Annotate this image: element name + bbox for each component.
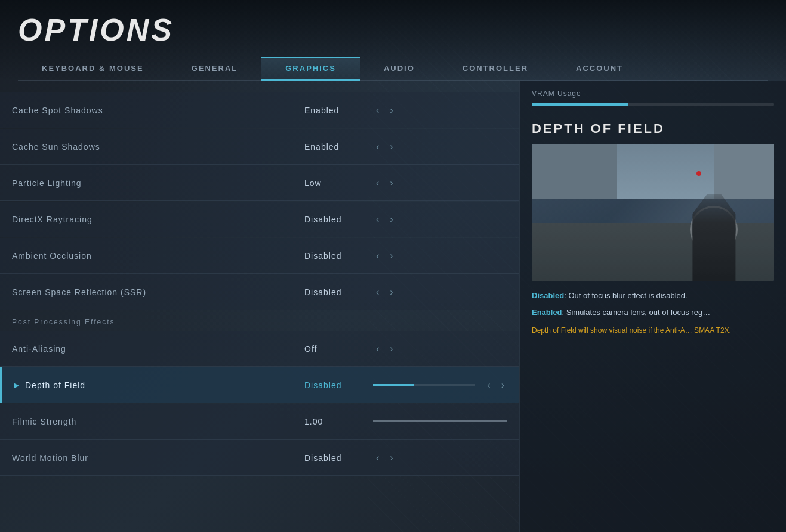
setting-world-motion-blur[interactable]: World Motion Blur Disabled ‹ › [0,440,519,476]
nav-arrows: ‹ › [373,177,396,190]
setting-label: DirectX Raytracing [12,215,304,224]
setting-value: Disabled [304,381,364,390]
next-arrow[interactable]: › [387,140,396,153]
vram-section: VRAM Usage [532,81,774,112]
setting-value: Off [304,344,364,354]
setting-value: Disabled [304,287,364,297]
tab-audio[interactable]: AUDIO [360,57,439,80]
nav-arrows: ‹ › [373,249,396,262]
preview-image [532,144,774,281]
setting-value-container: Off ‹ › [304,342,507,355]
dof-progress-bar-track [373,384,475,386]
setting-label: Ambient Occlusion [12,251,304,261]
filmic-progress-bar-fill [373,420,507,422]
next-arrow[interactable]: › [387,104,396,117]
setting-value: Disabled [304,453,364,463]
nav-tabs: KEYBOARD & MOUSE GENERAL GRAPHICS AUDIO … [18,57,768,81]
next-arrow[interactable]: › [387,177,396,190]
setting-label: Cache Spot Shadows [12,106,304,115]
setting-cache-spot-shadows[interactable]: Cache Spot Shadows Enabled ‹ › [0,92,519,128]
scene-building-right [714,144,775,199]
prev-arrow[interactable]: ‹ [484,379,493,392]
settings-panel: Cache Spot Shadows Enabled ‹ › Cache Sun… [0,81,519,532]
nav-arrows: ‹ › [373,213,396,226]
desc-disabled-text: : Out of focus blur effect is disabled. [564,291,687,300]
setting-value: 1.00 [304,417,364,426]
page-title: OPTIONS [18,12,768,48]
setting-value: Disabled [304,251,364,261]
section-label: Post Processing Effects [0,311,519,331]
prev-arrow[interactable]: ‹ [373,140,382,153]
next-arrow[interactable]: › [387,249,396,262]
desc-enabled-text: : Simulates camera lens, out of focus re… [562,308,711,317]
nav-arrows: ‹ › [484,379,507,392]
setting-value: Disabled [304,215,364,224]
dof-title: DEPTH OF FIELD [532,121,774,137]
next-arrow[interactable]: › [387,342,396,355]
preview-scene [532,144,774,281]
setting-value-container: Enabled ‹ › [304,104,507,117]
setting-particle-lighting[interactable]: Particle Lighting Low ‹ › [0,165,519,201]
setting-label: Anti-Aliasing [12,344,304,354]
prev-arrow[interactable]: ‹ [373,451,382,465]
enabled-status-word: Enabled [532,308,562,317]
setting-label: Depth of Field [25,381,304,390]
setting-directx-raytracing[interactable]: DirectX Raytracing Disabled ‹ › [0,202,519,237]
setting-label: Cache Sun Shadows [12,142,304,151]
setting-label: Screen Space Reflection (SSR) [12,287,304,297]
vram-label: VRAM Usage [532,89,774,98]
next-arrow[interactable]: › [387,451,396,465]
setting-depth-of-field[interactable]: ▶ Depth of Field Disabled ‹ › [0,367,519,403]
setting-screen-space-reflection[interactable]: Screen Space Reflection (SSR) Disabled ‹… [0,274,519,310]
setting-label: World Motion Blur [12,453,304,463]
scene-scope [690,206,738,253]
tab-controller[interactable]: CONTROLLER [439,57,552,80]
prev-arrow[interactable]: ‹ [373,249,382,262]
nav-arrows: ‹ › [373,342,396,355]
setting-value-container: 1.00 [304,417,507,426]
tab-account[interactable]: ACCOUNT [552,57,647,80]
setting-ambient-occlusion[interactable]: Ambient Occlusion Disabled ‹ › [0,238,519,274]
prev-arrow[interactable]: ‹ [373,286,382,299]
prev-arrow[interactable]: ‹ [373,213,382,226]
scene-road [532,223,774,281]
header: OPTIONS KEYBOARD & MOUSE GENERAL GRAPHIC… [0,0,786,81]
next-arrow[interactable]: › [387,213,396,226]
setting-anti-aliasing[interactable]: Anti-Aliasing Off ‹ › [0,331,519,367]
setting-cache-sun-shadows[interactable]: Cache Sun Shadows Enabled ‹ › [0,129,519,165]
setting-value-container: Disabled ‹ › [304,379,507,392]
tab-general[interactable]: GENERAL [168,57,262,80]
scene-gun [678,185,750,281]
setting-value-container: Low ‹ › [304,177,507,190]
nav-arrows: ‹ › [373,104,396,117]
setting-value-container: Enabled ‹ › [304,140,507,153]
setting-value-container: Disabled ‹ › [304,451,507,465]
setting-value: Enabled [304,106,364,115]
dof-progress-bar-fill [373,384,414,386]
setting-value: Low [304,178,364,188]
nav-arrows: ‹ › [373,451,396,465]
next-arrow[interactable]: › [498,379,507,392]
tab-keyboard-mouse[interactable]: KEYBOARD & MOUSE [18,57,168,80]
tab-graphics[interactable]: GRAPHICS [261,57,360,80]
filmic-progress-bar-track [373,420,507,422]
prev-arrow[interactable]: ‹ [373,104,382,117]
play-icon: ▶ [14,381,19,389]
vram-bar-fill [532,103,628,106]
setting-filmic-strength[interactable]: Filmic Strength 1.00 [0,404,519,440]
scene-sky [532,144,774,199]
scene-light [696,171,701,176]
disabled-status-word: Disabled [532,291,564,300]
scene-building-left [532,144,617,199]
main-content: Cache Spot Shadows Enabled ‹ › Cache Sun… [0,81,786,532]
desc-disabled: Disabled: Out of focus blur effect is di… [532,290,774,302]
prev-arrow[interactable]: ‹ [373,342,382,355]
next-arrow[interactable]: › [387,286,396,299]
prev-arrow[interactable]: ‹ [373,177,382,190]
desc-warning: Depth of Field will show visual noise if… [532,325,774,336]
setting-value: Enabled [304,142,364,151]
setting-label: Particle Lighting [12,178,304,188]
nav-arrows: ‹ › [373,140,396,153]
desc-enabled: Enabled: Simulates camera lens, out of f… [532,307,774,318]
setting-value-container: Disabled ‹ › [304,213,507,226]
